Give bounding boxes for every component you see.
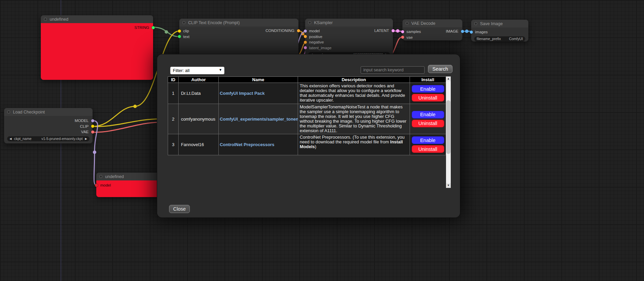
collapse-dot-icon[interactable] [474, 22, 477, 25]
node-error-body: STRING [41, 23, 153, 80]
custom-nodes-manager-dialog: Filter: all ▼ Search ID Author Name Desc… [157, 54, 460, 217]
clip-output-dot-icon[interactable] [91, 125, 94, 128]
search-input[interactable] [361, 66, 425, 74]
vae-input-dot-icon[interactable] [401, 36, 404, 39]
latent-input-dot-icon[interactable] [304, 46, 307, 49]
scroll-down-icon[interactable]: ▼ [446, 183, 451, 188]
node-load-checkpoint[interactable]: Load Checkpoint MODEL CLIP VAE ◀ ckpt_na… [4, 108, 93, 143]
output-slot-image[interactable]: IMAGE [402, 29, 462, 34]
output-slot-vae[interactable]: VAE [4, 129, 93, 135]
node-title-bar[interactable]: undefined [96, 173, 163, 180]
input-slot-model[interactable]: model [96, 182, 163, 188]
close-button[interactable]: Close [169, 205, 190, 213]
collapse-dot-icon[interactable] [44, 18, 47, 21]
images-input-dot-icon[interactable] [470, 31, 473, 34]
output-slot-clip[interactable]: CLIP [4, 124, 93, 129]
positive-input-dot-icon[interactable] [304, 35, 307, 38]
enable-button[interactable]: Enable [412, 136, 444, 144]
output-slot-string[interactable]: STRING [41, 25, 153, 31]
node-error-body: model [96, 180, 163, 197]
extension-link[interactable]: ComfyUI Impact Pack [220, 91, 265, 96]
enable-button[interactable]: Enable [412, 85, 444, 93]
collapse-dot-icon[interactable] [182, 21, 185, 24]
wire-midpoint-dot [396, 29, 399, 33]
table-header-row: ID Author Name Description Install [168, 77, 446, 83]
extension-link[interactable]: ComfyUI_experiments/sampler_tonemap [220, 117, 298, 122]
output-slot-model[interactable]: MODEL [4, 118, 93, 124]
cell-author: Dr.Lt.Data [179, 83, 219, 104]
node-title-bar[interactable]: CLIP Text Encode (Prompt) [179, 19, 298, 27]
table-row: 3 Fannovel16 ControlNet Preprocessors Co… [168, 134, 446, 155]
node-ksampler[interactable]: KSampler model positive negative latent_… [305, 19, 393, 59]
search-button[interactable]: Search [428, 65, 452, 73]
slot-label: negative [309, 40, 324, 44]
input-slot-positive[interactable]: positive [305, 34, 393, 40]
header-id: ID [168, 77, 179, 83]
input-slot-images[interactable]: images [471, 29, 528, 35]
input-slot-negative[interactable]: negative [305, 39, 393, 45]
vae-output-dot-icon[interactable] [91, 130, 94, 134]
model-input-dot-icon[interactable] [95, 184, 98, 187]
filter-select[interactable]: Filter: all [170, 67, 225, 74]
cell-author: Fannovel16 [179, 134, 219, 155]
widget-value: ComfyUI [509, 37, 523, 41]
ckpt-name-widget[interactable]: ◀ ckpt_name v1-5-pruned-emaonly.ckpt ▶ [7, 136, 89, 141]
enable-button[interactable]: Enable [412, 111, 444, 119]
node-title-bar[interactable]: KSampler [305, 19, 393, 27]
slot-label: MODEL [75, 119, 89, 123]
node-title-bar[interactable]: Load Checkpoint [4, 108, 93, 116]
slot-label: model [100, 183, 111, 187]
header-install: Install [410, 77, 446, 83]
output-slot-conditioning[interactable]: CONDITIONING [179, 28, 298, 34]
cell-id: 3 [168, 134, 179, 155]
uninstall-button[interactable]: Uninstall [412, 120, 444, 127]
negative-input-dot-icon[interactable] [304, 41, 307, 44]
scroll-up-icon[interactable]: ▲ [446, 76, 451, 81]
comfyui-canvas[interactable]: { "icons": { "left_arrow": "◀", "right_a… [0, 0, 644, 281]
cell-id: 1 [168, 83, 179, 104]
filename-prefix-widget[interactable]: filename_prefix ComfyUI [474, 36, 525, 41]
extensions-table: ID Author Name Description Install 1 Dr.… [168, 76, 446, 155]
output-slot-latent[interactable]: LATENT [305, 28, 393, 34]
node-title-label: undefined [105, 174, 124, 179]
next-arrow-icon[interactable]: ▶ [85, 137, 87, 140]
uninstall-button[interactable]: Uninstall [412, 94, 444, 102]
table-scrollbar[interactable]: ▲ ▼ [446, 76, 451, 188]
node-body: MODEL CLIP VAE ◀ ckpt_name v1-5-pruned-e… [4, 116, 93, 143]
node-title-bar[interactable]: Save Image [471, 20, 528, 28]
wire-midpoint-dot [133, 105, 137, 108]
filter-select-wrap: Filter: all ▼ [170, 67, 225, 74]
slot-label: images [475, 30, 488, 34]
image-output-dot-icon[interactable] [461, 30, 464, 33]
wire-midpoint-dot [93, 151, 96, 154]
cell-author: comfyanonymous [179, 104, 219, 134]
cell-id: 2 [168, 104, 179, 134]
slot-label: VAE [81, 130, 88, 134]
previous-arrow-icon[interactable]: ◀ [10, 137, 12, 140]
slot-label: LATENT [374, 29, 389, 33]
uninstall-button[interactable]: Uninstall [412, 145, 444, 153]
model-output-dot-icon[interactable] [91, 119, 94, 122]
text-input-dot-icon[interactable] [178, 35, 181, 38]
node-title-bar[interactable]: VAE Decode [402, 19, 462, 27]
node-undefined-top[interactable]: undefined STRING [41, 15, 153, 80]
collapse-dot-icon[interactable] [308, 21, 311, 24]
node-vae-decode[interactable]: VAE Decode samples vae IMAGE [402, 19, 462, 40]
string-output-dot-icon[interactable] [152, 26, 155, 29]
node-save-image[interactable]: Save Image images filename_prefix ComfyU… [471, 20, 528, 41]
input-slot-text[interactable]: text [179, 34, 298, 40]
collapse-dot-icon[interactable] [99, 175, 102, 178]
input-slot-vae[interactable]: vae [402, 35, 462, 40]
collapse-dot-icon[interactable] [7, 110, 10, 113]
extension-link[interactable]: ControlNet Preprocessors [220, 142, 274, 147]
node-undefined-bottom[interactable]: undefined model [96, 173, 163, 197]
node-title-bar[interactable]: undefined [41, 15, 153, 23]
slot-label: latent_image [309, 46, 332, 50]
collapse-dot-icon[interactable] [406, 22, 409, 25]
input-slot-latent-image[interactable]: latent_image [305, 45, 393, 51]
conditioning-output-dot-icon[interactable] [297, 29, 300, 32]
cell-install: Enable Uninstall [410, 83, 446, 104]
scrollbar-thumb[interactable] [446, 100, 450, 154]
latent-output-dot-icon[interactable] [392, 29, 395, 32]
node-body: images filename_prefix ComfyUI [471, 28, 528, 41]
